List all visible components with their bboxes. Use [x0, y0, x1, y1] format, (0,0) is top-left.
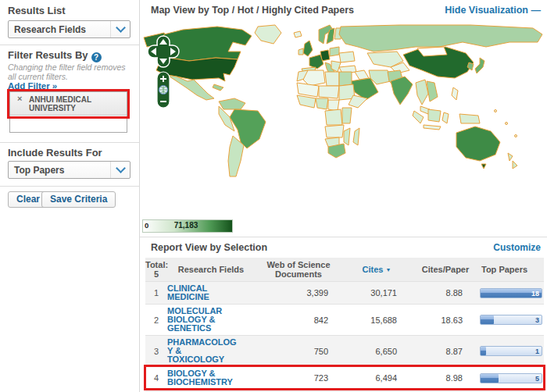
row-cites: 15,688	[342, 313, 411, 327]
top-papers-bar: 18	[480, 288, 542, 298]
top-papers-bar: 1	[480, 346, 542, 356]
sidebar: Results List Research Fields Filter Resu…	[0, 0, 140, 392]
results-list-dropdown[interactable]: Research Fields	[8, 20, 130, 38]
help-icon[interactable]: ?	[91, 52, 102, 62]
sidebar-divider	[0, 142, 139, 143]
include-results-selected-value: Top Papers	[9, 165, 110, 176]
row-top-papers: 1	[480, 344, 544, 358]
row-cites-per-paper: 18.63	[411, 313, 480, 327]
map-view-title: Map View by Top / Hot / Highly Cited Pap…	[151, 5, 354, 16]
table-header-row: Total: 5 Research Fields Web of Science …	[145, 258, 544, 281]
main-panel: Map View by Top / Hot / Highly Cited Pap…	[140, 0, 547, 392]
row-cites-per-paper: 8.98	[411, 371, 480, 385]
column-header-cites-per-paper: Cites/Paper	[411, 262, 480, 276]
column-header-research-fields: Research Fields	[167, 262, 255, 276]
table-row: 4 BIOLOGY & BIOCHEMISTRY 723 6,494 8.98 …	[145, 366, 544, 389]
sidebar-divider	[0, 45, 139, 45]
active-filter-chip[interactable]: × ANHUI MEDICAL UNIVERSITY	[10, 92, 127, 116]
world-map[interactable]	[142, 23, 545, 215]
research-field-link[interactable]: BIOLOGY & BIOCHEMISTRY	[167, 369, 233, 387]
hide-visualization-link[interactable]: Hide Visualization —	[445, 5, 541, 16]
chevron-down-icon	[110, 21, 130, 37]
include-results-dropdown[interactable]: Top Papers	[8, 161, 130, 179]
filter-note: Changing the filter field removes all cu…	[8, 63, 134, 81]
row-cites: 6,494	[342, 371, 411, 385]
table-row: 0 ALL FIELDS 7,767 77,774 10.01 41	[145, 389, 544, 392]
row-rank: 2	[145, 313, 167, 327]
results-list-heading: Results List	[8, 5, 66, 16]
report-view-title: Report View by Selection	[151, 242, 267, 253]
row-field: MOLECULAR BIOLOGY & GENETICS	[167, 305, 255, 335]
top-papers-bar-fill	[481, 347, 486, 355]
row-wos-documents: 723	[255, 371, 342, 385]
save-criteria-button[interactable]: Save Criteria	[41, 191, 116, 208]
world-map-choropleth	[144, 25, 542, 176]
top-papers-value: 5	[535, 374, 539, 383]
legend-max-value: 71,183	[143, 221, 229, 230]
row-cites: 30,171	[342, 286, 411, 300]
include-results-heading: Include Results For	[8, 147, 102, 159]
row-rank: 1	[145, 286, 167, 300]
customize-link[interactable]: Customize	[493, 242, 541, 253]
row-rank: 4	[145, 371, 167, 385]
row-wos-documents: 842	[255, 313, 342, 327]
report-table: Total: 5 Research Fields Web of Science …	[145, 258, 544, 392]
total-header: Total: 5	[145, 258, 167, 281]
remove-filter-icon[interactable]: ×	[17, 94, 22, 103]
row-wos-documents: 3,399	[255, 286, 342, 300]
column-header-cites[interactable]: Cites ▼	[342, 262, 411, 277]
research-field-link[interactable]: CLINICAL MEDICINE	[167, 283, 209, 301]
choropleth-legend: 0 71,183	[142, 219, 233, 233]
top-papers-bar-fill	[481, 315, 494, 324]
active-filters-listbox[interactable]: × ANHUI MEDICAL UNIVERSITY	[9, 91, 127, 133]
results-list-selected-value: Research Fields	[9, 24, 110, 35]
esi-app-window: Results List Research Fields Filter Resu…	[0, 0, 547, 392]
row-field: BIOLOGY & BIOCHEMISTRY	[167, 367, 255, 389]
column-header-wos-documents: Web of Science Documents	[255, 258, 342, 281]
top-papers-bar-fill	[481, 374, 499, 383]
row-rank: 3	[145, 344, 167, 358]
table-row: 2 MOLECULAR BIOLOGY & GENETICS 842 15,68…	[145, 304, 544, 335]
row-top-papers: 18	[480, 286, 544, 301]
row-wos-documents: 750	[255, 344, 342, 358]
filter-results-heading: Filter Results By?	[8, 49, 102, 62]
table-row: 1 CLINICAL MEDICINE 3,399 30,171 8.88 18	[145, 281, 544, 304]
chevron-down-icon	[110, 162, 130, 178]
top-papers-value: 18	[531, 289, 539, 298]
map-zoom-control	[157, 72, 170, 108]
sidebar-divider	[0, 186, 139, 187]
table-row: 3 PHARMACOLOG Y & TOXICOLOGY 750 6,650 8…	[145, 335, 544, 366]
row-top-papers: 3	[480, 312, 544, 327]
top-papers-value: 3	[535, 315, 539, 325]
research-field-link[interactable]: MOLECULAR BIOLOGY & GENETICS	[167, 306, 222, 333]
row-cites-per-paper: 8.88	[411, 286, 480, 300]
active-filter-label: ANHUI MEDICAL UNIVERSITY	[29, 95, 91, 112]
row-field: PHARMACOLOG Y & TOXICOLOGY	[167, 336, 255, 366]
map-globe-button[interactable]	[159, 86, 168, 94]
section-divider	[140, 237, 547, 237]
row-field: CLINICAL MEDICINE	[167, 282, 255, 304]
sort-descending-icon: ▼	[386, 267, 391, 273]
minus-icon: —	[531, 5, 542, 16]
top-papers-value: 1	[535, 347, 539, 356]
table-body: 1 CLINICAL MEDICINE 3,399 30,171 8.88 18…	[145, 281, 544, 392]
top-papers-bar: 3	[480, 315, 542, 325]
row-top-papers: 5	[480, 371, 544, 386]
row-cites: 6,650	[342, 344, 411, 358]
add-filter-link[interactable]: Add Filter »	[8, 81, 57, 91]
top-papers-bar: 5	[480, 373, 542, 383]
column-header-top-papers: Top Papers	[480, 262, 544, 276]
row-cites-per-paper: 8.87	[411, 344, 480, 358]
research-field-link[interactable]: PHARMACOLOG Y & TOXICOLOGY	[167, 337, 237, 364]
